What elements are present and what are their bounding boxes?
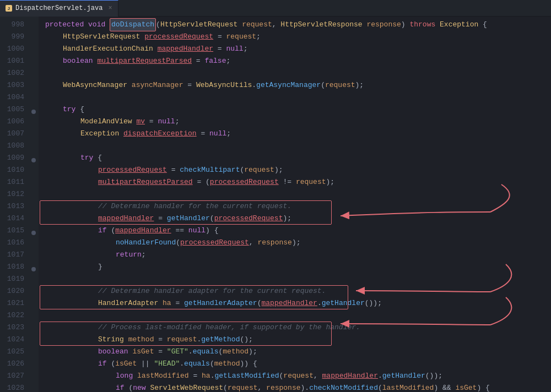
code-line-1020: // Determine handler adapter for the cur… (45, 285, 551, 297)
code-line-1016: noHandlerFound(processedRequest, respons… (45, 237, 551, 249)
code-line-1024: String method = request.getMethod(); (45, 334, 551, 346)
code-line-1015: if (mappedHandler == null) { (45, 225, 551, 237)
code-line-1009: try { (45, 152, 551, 164)
code-area: 998 999 1000 1001 1002 1003 1004 1005 10… (0, 17, 551, 392)
code-line-1025: boolean isGet = "GET".equals(method); (45, 346, 551, 358)
code-line-1003: WebAsyncManager asyncManager = WebAsyncU… (45, 79, 551, 91)
code-line-1021: HandlerAdapter ha = getHandlerAdapter(ma… (45, 297, 551, 309)
code-line-1011: multipartRequestParsed = (processedReque… (45, 176, 551, 188)
tab-bar: J DispatcherServlet.java × (0, 0, 551, 17)
code-line-1028: if (new ServletWebRequest(request, respo… (45, 382, 551, 392)
code-line-1017: return; (45, 249, 551, 261)
code-line-1001: boolean multipartRequestParsed = false; (45, 55, 551, 67)
file-tab[interactable]: J DispatcherServlet.java × (0, 0, 118, 17)
code-line-1005: try { (45, 104, 551, 116)
code-line-1022 (45, 309, 551, 322)
code-line-1012 (45, 188, 551, 200)
code-line-1010: processedRequest = checkMultipart(reques… (45, 164, 551, 176)
code-line-1019 (45, 273, 551, 285)
code-line-1013: // Determine handler for the current req… (45, 200, 551, 213)
code-line-1018: } (45, 261, 551, 273)
code-line-999: HttpServletRequest processedRequest = re… (45, 31, 551, 43)
gutter (29, 17, 39, 392)
java-file-icon: J (6, 5, 12, 12)
code-line-1002 (45, 67, 551, 79)
line-numbers: 998 999 1000 1001 1002 1003 1004 1005 10… (0, 17, 29, 392)
code-line-1014: mappedHandler = getHandler(processedRequ… (45, 213, 551, 225)
code-line-1007: Exception dispatchException = null; (45, 128, 551, 140)
code-content: protected void doDispatch(HttpServletReq… (39, 17, 551, 392)
tab-close-button[interactable]: × (108, 4, 112, 12)
code-line-1023: // Process last-modified header, if supp… (45, 322, 551, 334)
code-line-1008 (45, 140, 551, 152)
code-line-1027: long lastModified = ha.getLastModified(r… (45, 370, 551, 382)
code-line-1004 (45, 91, 551, 104)
editor-container: J DispatcherServlet.java × 998 999 1000 … (0, 0, 551, 392)
code-line-1006: ModelAndView mv = null; (45, 116, 551, 128)
code-line-1026: if (isGet || "HEAD".equals(method)) { (45, 358, 551, 370)
code-line-1000: HandlerExecutionChain mappedHandler = nu… (45, 43, 551, 55)
tab-filename: DispatcherServlet.java (15, 4, 102, 12)
code-line-998: protected void doDispatch(HttpServletReq… (45, 19, 551, 31)
